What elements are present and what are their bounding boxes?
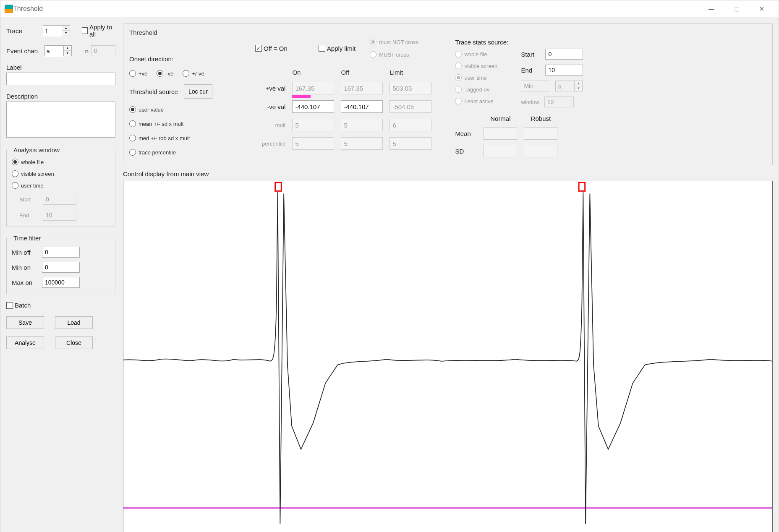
onset-both-radio[interactable]: +/-ve <box>183 70 204 77</box>
right-panel: Threshold Onset direction: +ve -ve +/-ve… <box>123 23 773 532</box>
highlight-marker <box>292 95 311 98</box>
eventchan-up-button[interactable]: ▲ <box>64 46 71 51</box>
close-button[interactable]: Close <box>55 336 93 349</box>
row-pct-label: percentile <box>262 137 285 150</box>
threshold-source-label: Threshold source <box>129 88 178 95</box>
label-input[interactable] <box>6 73 115 85</box>
trace-up-button[interactable]: ▲ <box>62 26 70 31</box>
analysis-end-label: End <box>19 212 38 219</box>
minon-label: Min on <box>12 264 37 271</box>
off-eq-on-label: Off = On <box>264 45 288 52</box>
stats-chan <box>556 81 574 92</box>
eventchan-down-button[interactable]: ▼ <box>64 51 71 56</box>
stats-legend: Trace stats source: <box>455 39 508 46</box>
stats-end-input[interactable] <box>545 65 583 76</box>
onset-pos-radio[interactable]: +ve <box>129 70 147 77</box>
content-area: Trace ▲▼ Apply to all Event chan ▲▼ n <box>0 18 779 532</box>
mult-off-input <box>341 119 383 131</box>
pos-lim-input <box>390 82 431 94</box>
minoff-label: Min off <box>12 249 37 256</box>
stats-chan-spinner: ▲▼ <box>555 81 583 91</box>
apply-all-label: Apply to all <box>89 23 115 38</box>
sd-normal <box>484 145 517 157</box>
analysis-user-label: user time <box>21 183 43 189</box>
src-user-radio[interactable]: user value <box>129 106 238 113</box>
onset-pos-label: +ve <box>139 70 147 77</box>
description-caption: Description <box>6 93 115 100</box>
sidebar: Trace ▲▼ Apply to all Event chan ▲▼ n <box>6 23 115 532</box>
onset-neg-radio[interactable]: -ve <box>157 70 173 77</box>
maximize-button[interactable]: ▢ <box>724 0 749 17</box>
n-label: n <box>85 47 89 55</box>
mean-normal <box>484 127 517 140</box>
src-med-radio[interactable]: med +/- rob sd x mult <box>129 135 238 141</box>
must-label: MUST cross <box>379 52 409 58</box>
src-mean-radio[interactable]: mean +/- sd x mult <box>129 120 238 127</box>
stats-visible-radio: visible screen <box>455 63 508 69</box>
stats-start-label: Start <box>521 51 540 58</box>
trace-row: Trace ▲▼ Apply to all <box>6 23 115 38</box>
load-button[interactable]: Load <box>55 316 93 329</box>
app-icon <box>5 5 13 13</box>
eventchan-spinner[interactable]: ▲▼ <box>44 45 72 56</box>
stats-normal-label: Normal <box>484 115 517 122</box>
analysis-start-label: Start <box>19 196 38 203</box>
apply-all-checkbox[interactable]: Apply to all <box>82 23 115 38</box>
stats-start-input[interactable] <box>545 49 583 60</box>
loc-cur-button[interactable]: Loc cur <box>184 84 212 99</box>
threshold-legend: Threshold <box>129 29 766 39</box>
stats-min-input <box>521 81 550 91</box>
apply-limit-label: Apply limit <box>327 45 356 52</box>
analysis-start <box>43 194 76 205</box>
titlebar: Threshold — ▢ ✕ <box>0 0 779 18</box>
time-filter-group: Time filter Min off Min on Max on <box>6 235 115 294</box>
threshold-window: Threshold — ▢ ✕ Trace ▲▼ Apply to all <box>0 0 779 532</box>
trace-spinner[interactable]: ▲▼ <box>43 25 70 36</box>
analysis-window-group: Analysis window whole file visible scree… <box>6 146 115 227</box>
minon-input[interactable] <box>42 262 80 273</box>
window-controls: — ▢ ✕ <box>699 0 774 17</box>
close-window-button[interactable]: ✕ <box>749 0 774 17</box>
sd-robust <box>524 145 557 157</box>
off-eq-on-checkbox[interactable]: Off = On <box>255 45 288 52</box>
n-value <box>91 45 115 56</box>
save-button[interactable]: Save <box>6 316 44 329</box>
mean-robust <box>524 127 557 140</box>
analysis-user-radio[interactable]: user time <box>12 182 110 189</box>
src-med-label: med +/- rob sd x mult <box>139 135 190 141</box>
pct-off-input <box>341 137 383 150</box>
maxon-input[interactable] <box>42 277 80 288</box>
analysis-whole-radio[interactable]: whole file <box>12 159 110 165</box>
stats-end-label: End <box>521 67 540 74</box>
analyse-button[interactable]: Analyse <box>6 336 44 349</box>
row-mult-label: mult <box>262 119 285 131</box>
description-textarea[interactable] <box>6 102 115 138</box>
timefilter-legend: Time filter <box>12 235 42 242</box>
col-limit: Limit <box>390 69 431 76</box>
neg-off-input[interactable] <box>341 100 383 113</box>
src-pct-radio[interactable]: trace percentile <box>129 149 238 156</box>
stats-whole-label: whole file <box>464 51 487 57</box>
stats-user-label: user time <box>464 75 486 81</box>
must-radio: MUST cross <box>370 51 418 58</box>
eventchan-value[interactable] <box>45 46 63 57</box>
neg-lim-input <box>390 100 431 113</box>
analysis-visible-radio[interactable]: visible screen <box>12 170 110 177</box>
minimize-button[interactable]: — <box>699 0 724 17</box>
plot-caption: Control display from main view <box>123 170 773 177</box>
trace-value[interactable] <box>43 26 62 37</box>
stats-window-input <box>544 96 574 107</box>
trace-svg <box>123 181 772 532</box>
stats-user-radio: user time <box>455 74 508 81</box>
trace-chart[interactable] <box>123 181 773 532</box>
neg-on-input[interactable] <box>292 100 334 113</box>
trace-down-button[interactable]: ▼ <box>62 31 70 36</box>
src-mean-label: mean +/- sd x mult <box>139 121 183 127</box>
stats-sd-label: SD <box>455 148 477 155</box>
minoff-input[interactable] <box>42 247 80 258</box>
apply-limit-checkbox[interactable]: Apply limit <box>319 45 356 52</box>
event-marker-1 <box>275 183 282 191</box>
batch-checkbox[interactable]: Batch <box>6 302 115 309</box>
mult-lim-input <box>390 119 431 131</box>
onset-label: Onset direction: <box>129 55 238 63</box>
